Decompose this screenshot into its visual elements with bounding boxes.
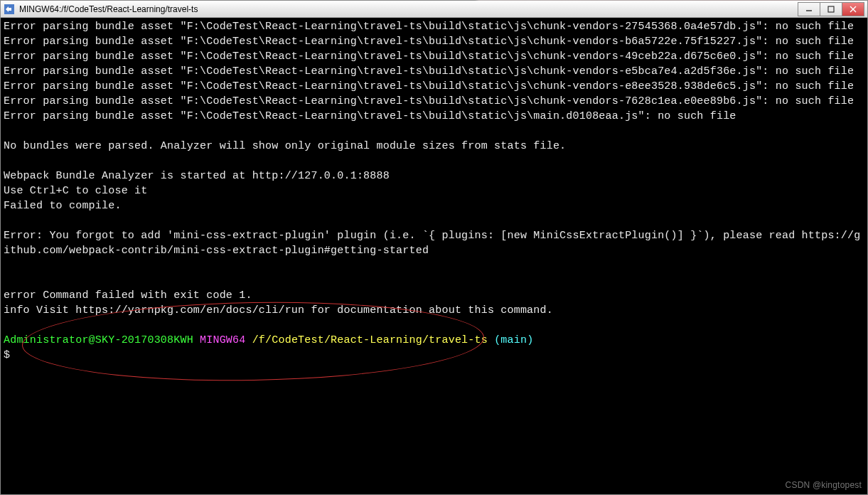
info-visit-line: info Visit https://yarnpkg.com/en/docs/c… xyxy=(4,304,553,316)
app-icon xyxy=(4,4,15,15)
prompt-branch: (main) xyxy=(494,334,533,346)
analyzer-started-line: Webpack Bundle Analyzer is started at ht… xyxy=(4,170,390,182)
no-bundles-line: No bundles were parsed. Analyzer will sh… xyxy=(4,140,566,152)
window-title: MINGW64:/f/CodeTest/React-Learning/trave… xyxy=(19,4,798,14)
error-line: Error parsing bundle asset "F:\CodeTest\… xyxy=(4,95,854,107)
error-line: Error parsing bundle asset "F:\CodeTest\… xyxy=(4,80,854,92)
error-line: Error parsing bundle asset "F:\CodeTest\… xyxy=(4,50,854,63)
error-line: Error parsing bundle asset "F:\CodeTest\… xyxy=(4,21,854,33)
watermark: CSDN @kingtopest xyxy=(786,479,862,491)
error-line: Error parsing bundle asset "F:\CodeTest\… xyxy=(4,65,854,78)
window-frame: MINGW64:/f/CodeTest/React-Learning/trave… xyxy=(0,0,868,495)
prompt-symbol: $ xyxy=(4,349,10,361)
minimize-button[interactable] xyxy=(798,2,820,16)
minimize-icon xyxy=(805,6,813,13)
window-controls xyxy=(798,2,864,16)
error-line: Error parsing bundle asset "F:\CodeTest\… xyxy=(4,110,736,122)
maximize-icon xyxy=(827,6,835,13)
close-button[interactable] xyxy=(842,2,864,16)
terminal-output[interactable]: Error parsing bundle asset "F:\CodeTest\… xyxy=(1,18,867,494)
forgot-plugin-line: Error: You forgot to add 'mini-css-extra… xyxy=(4,230,860,257)
command-failed-line: error Command failed with exit code 1. xyxy=(4,289,252,302)
prompt-host: MINGW64 xyxy=(200,334,245,346)
prompt-path: /f/CodeTest/React-Learning/travel-ts xyxy=(252,334,488,346)
prompt-user: Administrator@SKY-20170308KWH xyxy=(4,334,193,346)
svg-rect-2 xyxy=(828,6,834,12)
close-icon xyxy=(850,6,857,13)
maximize-button[interactable] xyxy=(820,2,842,16)
ctrlc-line: Use Ctrl+C to close it xyxy=(4,185,147,197)
failed-compile-line: Failed to compile. xyxy=(4,200,122,212)
titlebar[interactable]: MINGW64:/f/CodeTest/React-Learning/trave… xyxy=(1,1,867,18)
error-line: Error parsing bundle asset "F:\CodeTest\… xyxy=(4,36,854,48)
